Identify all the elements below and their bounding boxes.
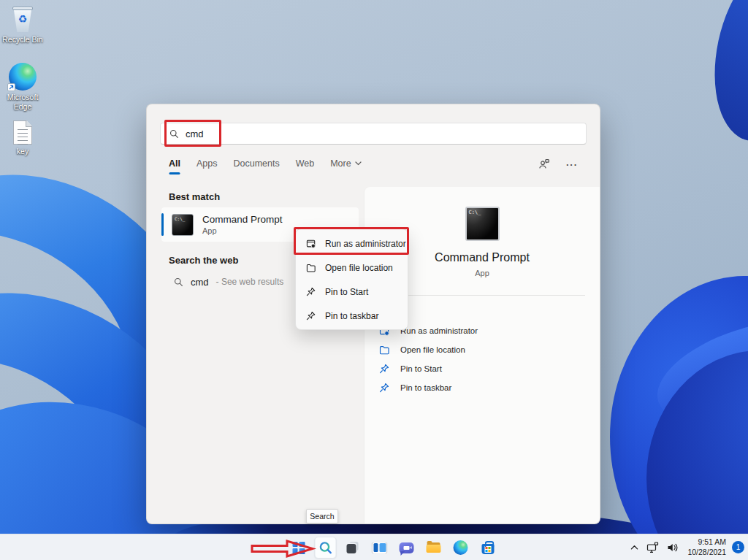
file-explorer-button[interactable] [423,537,445,559]
folder-icon [306,263,316,273]
context-menu-pin-to-taskbar[interactable]: Pin to taskbar [296,304,408,328]
context-menu-open-file-location[interactable]: Open file location [296,256,408,280]
desktop-icon-microsoft-edge[interactable]: Microsoft Edge [0,63,45,111]
divider [379,295,585,296]
menu-item-label: Run as administrator [325,239,406,249]
shortcut-arrow-icon [7,83,15,91]
chat-button[interactable] [396,537,418,559]
pin-icon [306,287,316,297]
context-menu-run-as-administrator[interactable]: Run as administrator [296,231,408,256]
action-label: Open file location [400,345,465,354]
widgets-button[interactable] [369,537,391,559]
speaker-icon [667,542,679,553]
taskbar-icons [288,537,499,559]
recycle-bin-icon: ♻ [11,6,34,33]
store-button[interactable] [477,537,499,559]
search-query-text: cmd [186,129,204,139]
desktop-icon-label: key [17,147,28,156]
search-input[interactable]: cmd [160,123,587,145]
task-view-button[interactable] [342,537,364,559]
chevron-up-icon [630,545,638,551]
folder-icon [379,345,390,356]
document-icon [13,120,32,145]
taskbar: 9:51 AM 10/28/2021 1 [0,534,748,560]
tab-more[interactable]: More [330,158,361,173]
action-label: Pin to Start [400,364,442,373]
search-icon [318,541,332,555]
widgets-icon [373,542,387,553]
action-label: Run as administrator [400,326,478,335]
preview-action-pin-to-taskbar[interactable]: Pin to taskbar [379,378,595,397]
edge-button[interactable] [450,537,472,559]
preview-action-run-as-administrator[interactable]: Run as administrator [379,321,595,340]
user-account-icon[interactable] [538,158,550,170]
tab-all[interactable]: All [169,158,180,173]
preview-action-open-file-location[interactable]: Open file location [379,340,595,359]
result-title: Command Prompt [202,214,283,225]
pin-icon [306,311,316,321]
command-prompt-icon [172,214,194,236]
menu-item-label: Open file location [325,263,393,273]
search-flyout-panel: Command Prompt App Run as administrator … [146,104,600,524]
network-button[interactable] [644,539,661,556]
network-ethernet-icon [646,542,659,553]
search-icon [169,129,179,139]
edge-icon [9,63,37,91]
pin-icon [379,364,390,375]
search-filter-tabs: All Apps Documents Web More [169,158,362,173]
selection-accent-bar [161,213,164,236]
desktop-icon-key[interactable]: key [0,120,45,156]
run-as-admin-icon [306,239,316,249]
web-hint: - See web results [216,277,284,287]
web-query: cmd [191,277,209,288]
tab-apps[interactable]: Apps [196,158,218,173]
tab-web[interactable]: Web [296,158,314,173]
volume-button[interactable] [665,539,681,556]
menu-item-label: Pin to taskbar [325,311,378,321]
desktop-icon-recycle-bin[interactable]: ♻ Recycle Bin [0,6,45,45]
preview-action-pin-to-start[interactable]: Pin to Start [379,359,595,378]
wallpaper-bloom [699,0,748,150]
notification-badge[interactable]: 1 [732,541,744,553]
search-button[interactable] [315,537,337,559]
windows-logo-icon [292,542,305,554]
search-icon [174,277,183,287]
chevron-down-icon [355,161,362,166]
desktop-wallpaper: ♻ Recycle Bin Microsoft Edge key Command… [0,0,748,560]
desktop-icon-label: Recycle Bin [2,35,42,45]
command-prompt-icon-large [465,207,500,241]
tray-date: 10/28/2021 [687,548,726,558]
search-tooltip: Search [306,509,338,523]
preview-actions: Run as administrator Open file location … [379,321,595,397]
context-menu-pin-to-start[interactable]: Pin to Start [296,280,408,304]
menu-item-label: Pin to Start [325,287,368,297]
more-options-icon[interactable]: ··· [566,159,578,170]
pin-icon [379,383,390,394]
store-icon [481,544,494,554]
start-button[interactable] [288,537,310,559]
context-menu: Run as administrator Open file location … [295,229,408,330]
desktop-icon-label: Microsoft Edge [0,93,45,111]
hidden-icons-button[interactable] [628,542,641,553]
best-match-label: Best match [169,191,220,202]
action-label: Pin to taskbar [400,383,451,392]
system-tray: 9:51 AM 10/28/2021 1 [628,534,744,560]
search-header-icons: ··· [538,158,578,170]
edge-icon [454,540,468,555]
chat-icon [400,542,414,553]
tray-time: 9:51 AM [687,537,726,548]
clock[interactable]: 9:51 AM 10/28/2021 [687,537,726,557]
tab-documents[interactable]: Documents [233,158,279,173]
result-subtitle: App [202,226,283,235]
search-the-web-label: Search the web [169,255,238,266]
